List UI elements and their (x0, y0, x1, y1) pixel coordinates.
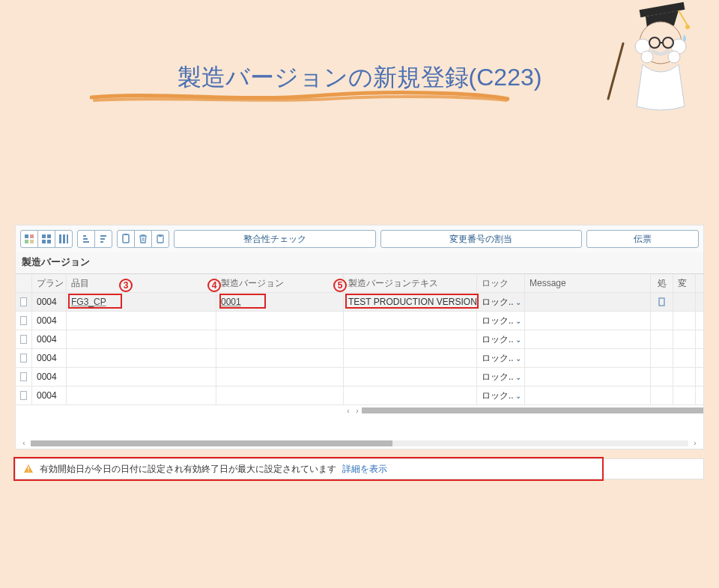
cell-version-text[interactable] (344, 330, 477, 348)
table-row[interactable]: 0004 FG3_CP 0001 TEST PRODUCTION VERSION… (16, 293, 703, 312)
cell-lock[interactable]: ロック..⌄ (477, 330, 525, 348)
row-checkbox[interactable] (16, 349, 32, 367)
cell-version[interactable] (216, 368, 344, 386)
chevron-down-icon[interactable]: ⌄ (515, 392, 521, 400)
chevron-down-icon[interactable]: ⌄ (515, 373, 521, 381)
svg-rect-18 (47, 234, 51, 238)
scroll-left-icon[interactable]: ‹ (344, 407, 353, 415)
version-table: プラント 品目 製造バージョン 製造バージョンテキス ロック Message 処… (16, 273, 703, 449)
col-change: 変 (673, 274, 696, 292)
view-mode-group (20, 230, 73, 248)
cell-change (673, 293, 696, 311)
table-row[interactable]: 0004 ロック..⌄ (16, 368, 703, 387)
details-link[interactable]: 詳細を表示 (342, 463, 387, 476)
cell-item[interactable] (67, 387, 216, 404)
svg-rect-21 (59, 234, 61, 243)
cell-item[interactable] (67, 312, 216, 330)
row-checkbox[interactable] (16, 293, 32, 311)
svg-rect-20 (47, 240, 51, 243)
svg-point-3 (685, 25, 690, 29)
professor-mascot (601, 1, 706, 129)
svg-rect-25 (124, 234, 127, 235)
cell-version[interactable]: 0001 (216, 293, 344, 311)
cell-version[interactable] (216, 312, 344, 330)
cell-version-text[interactable] (344, 368, 477, 386)
view-grid-icon[interactable] (37, 230, 55, 248)
inner-hscroll[interactable]: ‹ › (16, 405, 703, 416)
chevron-down-icon[interactable]: ⌄ (515, 336, 521, 344)
cell-lock[interactable]: ロック..⌄ (477, 387, 525, 404)
cell-change (673, 312, 696, 330)
cell-change (673, 368, 696, 386)
delete-icon[interactable] (134, 230, 152, 248)
page-title: 製造バージョンの新規登録(C223) (173, 61, 547, 99)
svg-rect-27 (659, 298, 664, 306)
table-row[interactable]: 0004 ロック..⌄ (16, 330, 703, 349)
view-columns-icon[interactable] (55, 230, 73, 248)
row-checkbox[interactable] (16, 368, 32, 386)
cell-lock[interactable]: ロック..⌄ (477, 293, 525, 311)
svg-rect-30 (28, 470, 28, 471)
cell-item[interactable] (67, 330, 216, 348)
slip-button[interactable]: 伝票 (586, 230, 699, 248)
cell-message (525, 349, 651, 367)
table-row[interactable]: 0004 ロック..⌄ (16, 387, 703, 405)
svg-rect-24 (123, 234, 129, 243)
panel-title: 製造バージョン (16, 252, 703, 273)
cell-lock[interactable]: ロック..⌄ (477, 349, 525, 367)
scroll-right-icon[interactable]: › (691, 440, 699, 447)
chevron-down-icon[interactable]: ⌄ (515, 354, 521, 363)
cell-message (525, 312, 651, 330)
sort-desc-icon[interactable] (94, 230, 112, 248)
cell-lock[interactable]: ロック..⌄ (477, 312, 525, 330)
cell-version-text[interactable] (344, 312, 477, 330)
lock-value: ロック.. (482, 352, 514, 365)
svg-point-7 (641, 51, 653, 63)
cell-proc (651, 312, 673, 330)
cell-version-text[interactable] (344, 349, 477, 367)
table-row[interactable]: 0004 ロック..⌄ (16, 312, 703, 330)
cell-version-text[interactable] (344, 387, 477, 404)
cell-item[interactable] (67, 349, 216, 367)
item-link[interactable]: FG3_CP (71, 297, 106, 307)
row-checkbox[interactable] (16, 330, 32, 348)
view-detail-icon[interactable] (20, 230, 38, 248)
chevron-down-icon[interactable]: ⌄ (515, 298, 521, 306)
toolbar: 整合性チェック 変更番号の割当 伝票 (16, 225, 703, 252)
cell-plant: 0004 (32, 330, 67, 348)
chevron-down-icon[interactable]: ⌄ (515, 317, 521, 325)
svg-line-2 (679, 10, 688, 25)
cell-version[interactable] (216, 349, 344, 367)
svg-rect-13 (25, 234, 28, 238)
copy-icon[interactable] (117, 230, 135, 248)
cell-lock[interactable]: ロック..⌄ (477, 368, 525, 386)
cell-plant: 0004 (32, 312, 67, 330)
cell-item[interactable]: FG3_CP (67, 293, 216, 311)
cell-version[interactable] (216, 387, 344, 404)
outer-hscroll[interactable]: ‹ › (16, 438, 703, 449)
cell-change (673, 330, 696, 348)
lock-value: ロック.. (482, 296, 514, 309)
cell-message (525, 387, 651, 404)
cell-message (525, 330, 651, 348)
row-checkbox[interactable] (16, 387, 32, 404)
cell-proc[interactable] (651, 293, 673, 311)
scroll-left-icon[interactable]: ‹ (20, 440, 28, 447)
sort-asc-icon[interactable] (77, 230, 95, 248)
scroll-right-icon[interactable]: › (353, 407, 362, 415)
lock-value: ロック.. (482, 315, 514, 327)
svg-rect-22 (63, 234, 65, 243)
cell-version-text[interactable]: TEST PRODUCTION VERSION (344, 293, 477, 311)
table-row[interactable]: 0004 ロック..⌄ (16, 349, 703, 368)
paste-icon[interactable] (151, 230, 169, 248)
change-number-assign-button[interactable]: 変更番号の割当 (380, 230, 583, 248)
svg-rect-29 (28, 467, 28, 470)
svg-rect-15 (25, 240, 28, 243)
consistency-check-button[interactable]: 整合性チェック (174, 230, 376, 248)
cell-item[interactable] (67, 368, 216, 386)
cell-version[interactable] (216, 330, 344, 348)
document-icon[interactable] (658, 297, 667, 306)
version-link[interactable]: 0001 (221, 297, 241, 307)
col-proc: 処 (651, 274, 673, 292)
row-checkbox[interactable] (16, 312, 32, 330)
